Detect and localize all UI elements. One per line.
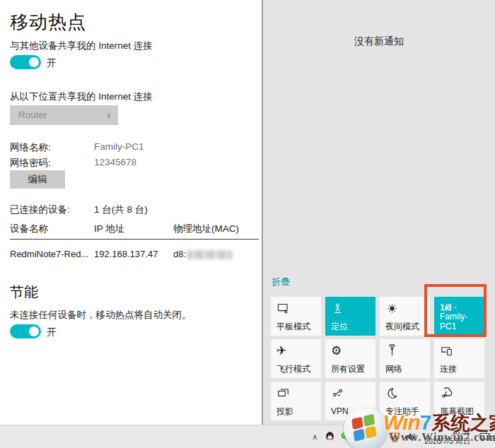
device-name-cell: RedmiNote7-Red... (10, 249, 88, 259)
volume-icon[interactable] (405, 431, 417, 442)
share-internet-toggle[interactable] (10, 55, 41, 69)
connect-icon (440, 343, 453, 358)
quick-action-focus-assist[interactable]: 专注助手 (380, 382, 430, 420)
quick-action-project[interactable]: 投影 (271, 382, 321, 420)
action-center-panel: 没有新通知 折叠 平板模式 定位 夜间模式 (262, 0, 495, 425)
table-header-device-name: 设备名称 (10, 223, 48, 235)
table-divider (10, 239, 259, 240)
power-saving-title: 节能 (10, 283, 38, 302)
qq-icon[interactable] (324, 431, 335, 442)
device-ip-cell: 192.168.137.47 (94, 249, 158, 259)
page-title: 移动热点 (10, 10, 86, 35)
network-password-label: 网络密码: (10, 157, 51, 170)
quick-action-connect[interactable]: 连接 (434, 339, 484, 378)
network-password-value: 12345678 (94, 157, 136, 167)
vpn-icon (331, 386, 344, 400)
share-toggle-state-label: 开 (47, 57, 57, 70)
table-header-ip: IP 地址 (94, 223, 124, 235)
network-name-value: Family-PC1 (94, 141, 144, 152)
clock-time: 10:32 (424, 428, 470, 437)
hidden-icons-chevron[interactable]: ∧ (312, 432, 318, 442)
collapse-link[interactable]: 折叠 (272, 276, 290, 288)
tablet-mode-icon (276, 301, 290, 315)
quick-action-all-settings[interactable]: ⚙ 所有设置 (325, 339, 375, 378)
night-light-icon (385, 301, 399, 315)
network-icon (385, 343, 399, 358)
share-internet-label: 与其他设备共享我的 Internet 连接 (10, 40, 153, 52)
taskbar-clock[interactable]: 10:32 2020/7/5 周日 (421, 428, 473, 446)
share-from-dropdown[interactable]: Router ∨ (10, 105, 118, 125)
mobile-hotspot-settings-panel: 移动热点 与其他设备共享我的 Internet 连接 开 从以下位置共享我的 I… (0, 0, 262, 425)
quick-action-vpn[interactable]: VPN (325, 382, 375, 420)
power-saving-toggle[interactable] (10, 324, 41, 338)
share-from-value: Router (18, 110, 47, 120)
power-saving-toggle-state-label: 开 (47, 326, 57, 339)
no-notifications-text: 没有新通知 (263, 35, 495, 48)
clock-date: 2020/7/5 周日 (424, 437, 470, 446)
quick-action-location[interactable]: 定位 (325, 297, 375, 336)
quick-action-mobile-hotspot[interactable]: 1/8 - Family-PC1 (434, 297, 484, 336)
table-header-mac: 物理地址(MAC) (173, 223, 239, 235)
screenshot-tool-icon[interactable] (356, 431, 368, 442)
connected-devices-value: 1 台(共 8 台) (94, 204, 148, 216)
wechat-icon[interactable] (340, 431, 351, 442)
quick-actions-grid: 平板模式 定位 夜间模式 1/8 - Family-PC1 (271, 297, 484, 420)
power-saving-description: 未连接任何设备时，移动热点将自动关闭。 (10, 309, 192, 322)
all-settings-icon: ⚙ (331, 343, 342, 358)
action-center-button[interactable] (478, 430, 491, 443)
quick-action-night-light[interactable]: 夜间模式 (380, 297, 430, 336)
focus-assist-icon (385, 386, 399, 400)
project-icon (276, 386, 290, 400)
desktop: 移动热点 与其他设备共享我的 Internet 连接 开 从以下位置共享我的 I… (0, 0, 495, 448)
chevron-down-icon: ∨ (105, 105, 112, 125)
location-icon (331, 301, 344, 315)
connected-devices-label: 已连接的设备: (10, 204, 70, 216)
device-mac-cell: d8: (173, 249, 233, 259)
thunder-icon[interactable] (373, 431, 384, 442)
quick-action-network[interactable]: 网络 (380, 339, 430, 378)
edit-button[interactable]: 编辑 (10, 170, 65, 189)
airplane-mode-icon: ✈ (276, 343, 286, 358)
toggle-knob (29, 326, 39, 336)
screen-snip-icon (440, 386, 453, 400)
toggle-knob (29, 57, 39, 67)
mac-blurred-region (187, 250, 233, 259)
quick-action-tablet-mode[interactable]: 平板模式 (271, 297, 321, 336)
quick-action-airplane-mode[interactable]: ✈ 飞行模式 (271, 339, 321, 378)
network-name-label: 网络名称: (10, 141, 51, 154)
quick-action-screen-snip[interactable]: 屏幕截图 (434, 382, 484, 420)
share-from-label: 从以下位置共享我的 Internet 连接 (10, 90, 153, 103)
system-tray: ∧ 10:32 2020/7/5 周日 (312, 425, 491, 448)
display-settings-icon[interactable] (389, 431, 400, 442)
taskbar: ∧ 10:32 2020/7/5 周日 (0, 425, 495, 448)
